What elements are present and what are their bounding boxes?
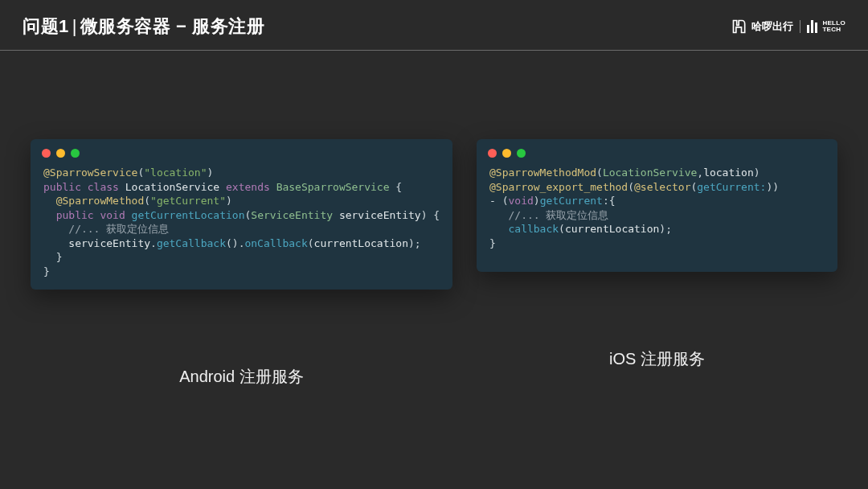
- title-prefix: 问题1: [23, 16, 69, 36]
- close-dot-icon: [488, 149, 497, 158]
- brand-logos: 哈啰出行 HELLO TECH: [731, 18, 845, 35]
- android-column: @SparrowService("location") public class…: [31, 139, 452, 388]
- hellobike-text: 哈啰出行: [751, 19, 793, 34]
- maximize-dot-icon: [71, 149, 80, 158]
- hellotech-text: HELLO TECH: [822, 20, 845, 34]
- hellotech-icon: [807, 20, 818, 33]
- ios-code-block: @SparrowMethodMod(LocationServive,locati…: [477, 166, 837, 250]
- logo-divider: [800, 20, 800, 33]
- window-controls: [477, 139, 837, 166]
- minimize-dot-icon: [56, 149, 65, 158]
- ios-column: @SparrowMethodMod(LocationServive,locati…: [477, 139, 837, 388]
- hellotech-logo: HELLO TECH: [807, 20, 845, 34]
- title-separator: |: [72, 16, 77, 36]
- ios-caption: iOS 注册服务: [609, 348, 705, 370]
- slide-title: 问题1|微服务容器 − 服务注册: [23, 14, 264, 39]
- minimize-dot-icon: [502, 149, 511, 158]
- window-controls: [31, 139, 452, 166]
- android-code-window: @SparrowService("location") public class…: [31, 139, 452, 290]
- maximize-dot-icon: [517, 149, 526, 158]
- android-code-block: @SparrowService("location") public class…: [31, 166, 452, 278]
- header-divider: [0, 50, 868, 51]
- hellobike-icon: [731, 18, 747, 35]
- hellobike-logo: 哈啰出行: [731, 18, 793, 35]
- close-dot-icon: [42, 149, 51, 158]
- slide-content: @SparrowService("location") public class…: [0, 51, 868, 388]
- ios-code-window: @SparrowMethodMod(LocationServive,locati…: [477, 139, 837, 272]
- slide-header: 问题1|微服务容器 − 服务注册 哈啰出行 HELLO TECH: [0, 0, 868, 39]
- title-main: 微服务容器 − 服务注册: [80, 16, 264, 36]
- android-caption: Android 注册服务: [179, 366, 304, 388]
